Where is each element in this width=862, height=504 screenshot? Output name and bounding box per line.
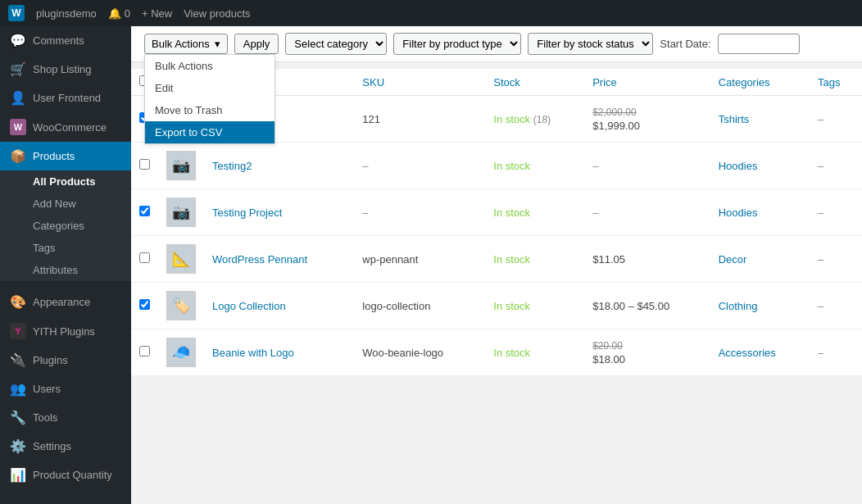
product-thumbnail: 📷 — [166, 198, 196, 227]
product-category-link[interactable]: Decor — [719, 253, 747, 266]
th-stock: Stock — [485, 69, 584, 96]
product-category-cell: Tshirts — [710, 96, 810, 143]
product-sku: Woo-beanie-logo — [362, 347, 443, 359]
product-thumbnail: 🏷️ — [166, 291, 196, 320]
product-tags-cell: – — [810, 96, 862, 143]
product-name-link[interactable]: Beanie with Logo — [212, 347, 294, 359]
product-price-cell: $11.05 — [584, 236, 710, 283]
settings-icon: ⚙️ — [10, 438, 26, 454]
product-tags-cell: – — [810, 329, 862, 376]
apply-button[interactable]: Apply — [234, 34, 279, 54]
dropdown-item-edit[interactable]: Edit — [145, 77, 274, 99]
product-name-cell: Beanie with Logo — [204, 329, 354, 376]
table-row: 📐 WordPress Pennant wp-pennant In stock … — [131, 236, 862, 283]
sidebar-item-user-frontend[interactable]: 👤 User Frontend — [0, 84, 131, 112]
submenu-add-new[interactable]: Add New — [0, 193, 131, 215]
product-category-cell: Accessories — [710, 329, 810, 376]
product-tags-cell: – — [810, 283, 862, 329]
product-sku-cell: logo-collection — [354, 283, 485, 329]
sidebar-item-comments[interactable]: 💬 Comments — [0, 26, 131, 55]
product-tags: – — [818, 160, 823, 172]
row-checkbox[interactable] — [139, 206, 150, 216]
product-tags-cell: – — [810, 143, 862, 189]
dropdown-item-export-csv[interactable]: Export to CSV — [145, 121, 274, 143]
product-stock-cell: In stock — [485, 143, 584, 189]
product-tags-cell: – — [810, 236, 862, 283]
table-row: 🧢 Beanie with Logo Woo-beanie-logo In st… — [131, 329, 862, 376]
sidebar-item-label: User Frontend — [33, 92, 101, 104]
sidebar-item-appearance[interactable]: 🎨 Appearance — [0, 288, 131, 316]
quantity-icon: 📊 — [10, 467, 26, 483]
row-checkbox[interactable] — [139, 299, 150, 310]
dropdown-item-move-to-trash[interactable]: Move to Trash — [145, 99, 274, 121]
sidebar-item-tools[interactable]: 🔧 Tools — [0, 403, 131, 432]
row-checkbox[interactable] — [139, 252, 150, 263]
product-name-link[interactable]: WordPress Pennant — [212, 253, 307, 266]
row-checkbox[interactable] — [139, 159, 150, 170]
th-tags: Tags — [810, 69, 862, 96]
new-button[interactable]: + New — [142, 7, 172, 20]
product-name-link[interactable]: Logo Collection — [212, 300, 286, 312]
row-checkbox-cell[interactable] — [131, 189, 158, 236]
sidebar-item-shop-listing[interactable]: 🛒 Shop Listing — [0, 55, 131, 84]
product-stock-cell: In stock (18) — [485, 96, 584, 143]
wp-logo[interactable]: W — [8, 5, 25, 21]
product-thumb-cell: 📷 — [158, 143, 204, 189]
submenu-categories[interactable]: Categories — [0, 215, 131, 237]
product-thumb-cell: 📷 — [158, 189, 204, 236]
product-thumbnail: 📷 — [166, 151, 196, 180]
product-stock-cell: In stock — [485, 189, 584, 236]
sidebar-item-label: Appearance — [33, 296, 90, 308]
product-category-link[interactable]: Accessories — [719, 347, 776, 359]
notifications[interactable]: 🔔 0 — [108, 7, 130, 20]
product-category-link[interactable]: Tshirts — [719, 113, 750, 125]
sidebar-item-label: YITH Plugins — [33, 325, 95, 338]
product-category-link[interactable]: Clothing — [719, 300, 758, 312]
view-products-link[interactable]: View products — [184, 7, 250, 20]
row-checkbox-cell[interactable] — [131, 236, 158, 283]
sidebar-item-woocommerce[interactable]: W WooCommerce — [0, 112, 131, 142]
sidebar-item-yith[interactable]: Y YITH Plugins — [0, 316, 131, 346]
start-date-input[interactable] — [718, 34, 800, 54]
row-checkbox-cell[interactable] — [131, 329, 158, 376]
sidebar-item-settings[interactable]: ⚙️ Settings — [0, 432, 131, 461]
product-price-cell: – — [584, 143, 710, 189]
category-filter[interactable]: Select category — [285, 33, 387, 55]
th-sku[interactable]: SKU — [354, 69, 485, 96]
product-category-cell: Hoodies — [710, 143, 810, 189]
products-icon: 📦 — [10, 148, 26, 164]
product-category-cell: Clothing — [710, 283, 810, 329]
sidebar-item-product-quantity[interactable]: 📊 Product Quantity — [0, 461, 131, 489]
submenu-all-products[interactable]: All Products — [0, 170, 131, 193]
th-price[interactable]: Price — [584, 69, 710, 96]
product-category-link[interactable]: Hoodies — [719, 207, 758, 219]
product-stock-cell: In stock — [485, 329, 584, 376]
row-checkbox-cell[interactable] — [131, 143, 158, 189]
product-name-link[interactable]: Testing Project — [212, 207, 282, 219]
table-row: 📷 Testing Project – In stock – Hoodies – — [131, 189, 862, 236]
product-tags: – — [818, 207, 823, 219]
product-price-cell: $18.00 – $45.00 — [584, 283, 710, 329]
site-name[interactable]: pluginsdemo — [36, 7, 97, 20]
page-toolbar: Bulk Actions ▾ Bulk Actions Edit Move to… — [131, 26, 862, 62]
sidebar-item-plugins[interactable]: 🔌 Plugins — [0, 346, 131, 375]
sidebar-item-products[interactable]: 📦 Products — [0, 142, 131, 170]
stock-status-filter[interactable]: Filter by stock status — [528, 33, 653, 55]
product-category-link[interactable]: Hoodies — [719, 160, 758, 172]
sidebar-item-label: Tools — [33, 411, 57, 424]
product-name-cell: WordPress Pennant — [204, 236, 354, 283]
row-checkbox-cell[interactable] — [131, 283, 158, 329]
product-stock-cell: In stock — [485, 236, 584, 283]
sidebar-item-label: Users — [33, 383, 61, 395]
product-name-link[interactable]: Testing2 — [212, 160, 252, 172]
submenu-tags[interactable]: Tags — [0, 237, 131, 259]
main-content: Bulk Actions ▾ Bulk Actions Edit Move to… — [131, 26, 862, 504]
product-tags-cell: – — [810, 189, 862, 236]
dropdown-item-bulk-actions[interactable]: Bulk Actions — [145, 55, 274, 77]
row-checkbox[interactable] — [139, 346, 150, 356]
appearance-icon: 🎨 — [10, 294, 26, 310]
sidebar-item-users[interactable]: 👥 Users — [0, 375, 131, 403]
bulk-actions-button[interactable]: Bulk Actions ▾ — [144, 34, 228, 54]
submenu-attributes[interactable]: Attributes — [0, 259, 131, 281]
product-type-filter[interactable]: Filter by product type — [393, 33, 521, 55]
